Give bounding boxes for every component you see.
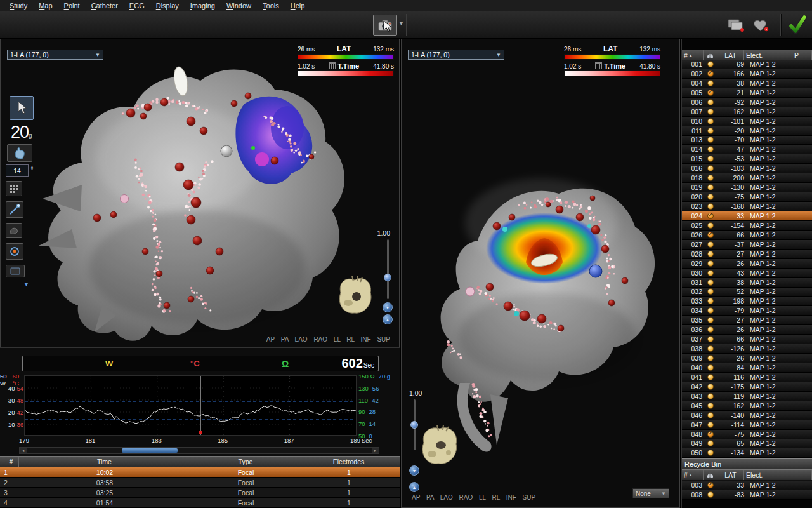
table-row[interactable]: 03252MAP 1-2 <box>682 288 812 297</box>
ablation-scrollbar[interactable]: ◄ ► <box>19 447 379 454</box>
table-row[interactable]: 033-198MAP 1-2 <box>682 297 812 306</box>
right-map-selector[interactable]: 1-LA (177, 0) ▼ <box>408 50 504 60</box>
col-elect[interactable]: Elect. <box>744 470 792 480</box>
table-row[interactable]: 043119MAP 1-2 <box>682 392 812 401</box>
table-row[interactable]: 020-75MAP 1-2 <box>682 192 812 202</box>
col-respiration[interactable] <box>704 470 717 480</box>
menu-display[interactable]: Display <box>150 1 185 11</box>
menu-ecg[interactable]: ECG <box>124 1 150 11</box>
col-elect[interactable]: Elect. <box>744 50 792 60</box>
table-row[interactable]: 03527MAP 1-2 <box>682 316 812 325</box>
table-row[interactable]: 025-154MAP 1-2 <box>682 221 812 231</box>
right-zoom-slider[interactable] <box>414 399 416 450</box>
rotate-up-button[interactable]: ▲ <box>383 314 393 324</box>
col-num[interactable]: # <box>0 457 19 467</box>
table-row[interactable]: 027-37MAP 1-2 <box>682 240 812 250</box>
table-row[interactable]: 037-66MAP 1-2 <box>682 335 812 344</box>
table-row[interactable]: 02827MAP 1-2 <box>682 250 812 259</box>
menu-tools[interactable]: Tools <box>257 1 285 11</box>
point-size-stepper[interactable]: 14 ▲▼ <box>6 164 29 177</box>
signals-status-button[interactable] <box>750 17 773 34</box>
table-row[interactable]: 010-101MAP 1-2 <box>682 117 812 126</box>
monitors-status-button[interactable] <box>725 17 748 34</box>
event-row[interactable]: 303:25Focal1 <box>0 488 400 498</box>
menu-window[interactable]: Window <box>221 1 257 11</box>
scroll-left-icon[interactable]: ◄ <box>20 448 27 453</box>
table-row[interactable]: 001-69MAP 1-2 <box>682 60 812 69</box>
left-zoom-handle[interactable] <box>384 274 391 281</box>
rotate-down-button[interactable]: ▼ <box>383 302 393 312</box>
table-row[interactable]: 011-20MAP 1-2 <box>682 126 812 136</box>
right-map-viewport[interactable]: 1-LA (177, 0) ▼ 26 ms LAT 132 ms 1.02 s … <box>401 38 680 508</box>
menu-study[interactable]: Study <box>4 1 33 11</box>
table-row[interactable]: 04965MAP 1-2 <box>682 439 812 449</box>
grid-tool-button[interactable] <box>6 181 22 196</box>
rotate-up-button[interactable]: ▲ <box>409 482 419 492</box>
menu-catheter[interactable]: Catheter <box>86 1 124 11</box>
right-orientation-labels[interactable]: AP PA LAO RAO LL RL INF SUP <box>412 494 535 501</box>
table-row[interactable]: 04084MAP 1-2 <box>682 363 812 373</box>
table-row[interactable]: 002166MAP 1-2 <box>682 69 812 79</box>
table-row[interactable]: 039-26MAP 1-2 <box>682 354 812 363</box>
table-row[interactable]: 02926MAP 1-2 <box>682 259 812 269</box>
ablation-tool-button[interactable] <box>6 243 23 260</box>
table-row[interactable]: 050-134MAP 1-2 <box>682 448 812 458</box>
menu-point[interactable]: Point <box>58 1 86 11</box>
extra-tool-button[interactable] <box>6 265 25 277</box>
table-row[interactable]: 042-175MAP 1-2 <box>682 382 812 392</box>
glove-tool-button[interactable] <box>7 144 32 162</box>
col-num[interactable]: #▲ <box>682 470 704 480</box>
table-row[interactable]: 016-103MAP 1-2 <box>682 164 812 173</box>
table-row[interactable]: 026-66MAP 1-2 <box>682 231 812 240</box>
table-row[interactable]: 023-168MAP 1-2 <box>682 202 812 211</box>
table-row[interactable]: 013-70MAP 1-2 <box>682 136 812 145</box>
left-zoom-slider[interactable] <box>387 239 389 299</box>
table-row[interactable]: 041116MAP 1-2 <box>682 373 812 382</box>
map-tool-button[interactable] <box>6 223 22 238</box>
pointer-tool-button[interactable] <box>10 96 34 120</box>
table-row[interactable]: 019-130MAP 1-2 <box>682 183 812 192</box>
table-row[interactable]: 02433MAP 1-2 <box>682 211 812 221</box>
menu-imaging[interactable]: Imaging <box>185 1 221 11</box>
table-row[interactable]: 014-47MAP 1-2 <box>682 145 812 154</box>
col-extra[interactable]: P <box>792 50 812 60</box>
col-respiration[interactable] <box>704 50 717 60</box>
capture-dropdown-chevron[interactable]: ▼ <box>398 20 404 27</box>
menu-map[interactable]: Map <box>33 1 58 11</box>
table-row[interactable]: 034-79MAP 1-2 <box>682 306 812 316</box>
menu-help[interactable]: Help <box>285 1 311 11</box>
table-row[interactable]: 00333MAP 1-2 <box>682 481 812 490</box>
col-num[interactable]: #▲ <box>682 50 704 60</box>
table-row[interactable]: 045162MAP 1-2 <box>682 401 812 411</box>
table-row[interactable]: 018200MAP 1-2 <box>682 173 812 183</box>
event-row[interactable]: 203:58Focal1 <box>0 478 400 488</box>
rotate-down-button[interactable]: ▼ <box>409 465 419 476</box>
palette-expand-chevron[interactable]: ▼ <box>23 281 29 288</box>
left-map-selector[interactable]: 1-LA (177, 0) ▼ <box>7 50 103 60</box>
table-row[interactable]: 046-140MAP 1-2 <box>682 411 812 420</box>
table-row[interactable]: 00521MAP 1-2 <box>682 88 812 98</box>
table-row[interactable]: 015-53MAP 1-2 <box>682 154 812 164</box>
table-row[interactable]: 038-126MAP 1-2 <box>682 344 812 354</box>
col-time[interactable]: Time <box>19 457 190 467</box>
projection-selector[interactable]: None ▼ <box>632 488 669 498</box>
left-map-viewport[interactable]: 1-LA (177, 0) ▼ 26 ms LAT 132 ms 1.02 s … <box>0 38 400 347</box>
scrollbar-thumb[interactable] <box>122 448 178 453</box>
left-orientation-labels[interactable]: AP PA LAO RAO LL RL INF SUP <box>266 336 390 343</box>
right-zoom-handle[interactable] <box>410 421 418 429</box>
ablation-graph[interactable] <box>24 375 357 436</box>
stepper-arrows-icon[interactable]: ▲▼ <box>30 165 34 170</box>
catheter-tool-button[interactable] <box>6 201 23 218</box>
col-lat[interactable]: LAT <box>717 50 744 60</box>
event-row[interactable]: 110:02Focal1 <box>0 467 400 478</box>
table-row[interactable]: 008-83MAP 1-2 <box>682 490 812 500</box>
col-electrodes[interactable]: Electrodes <box>301 457 396 467</box>
table-row[interactable]: 030-43MAP 1-2 <box>682 269 812 278</box>
table-row[interactable]: 03626MAP 1-2 <box>682 325 812 335</box>
col-lat[interactable]: LAT <box>717 470 744 480</box>
event-row[interactable]: 401:54Focal1 <box>0 498 400 508</box>
col-type[interactable]: Type <box>190 457 301 467</box>
table-row[interactable]: 006-92MAP 1-2 <box>682 98 812 107</box>
table-row[interactable]: 03138MAP 1-2 <box>682 278 812 288</box>
table-row[interactable]: 047-114MAP 1-2 <box>682 420 812 430</box>
